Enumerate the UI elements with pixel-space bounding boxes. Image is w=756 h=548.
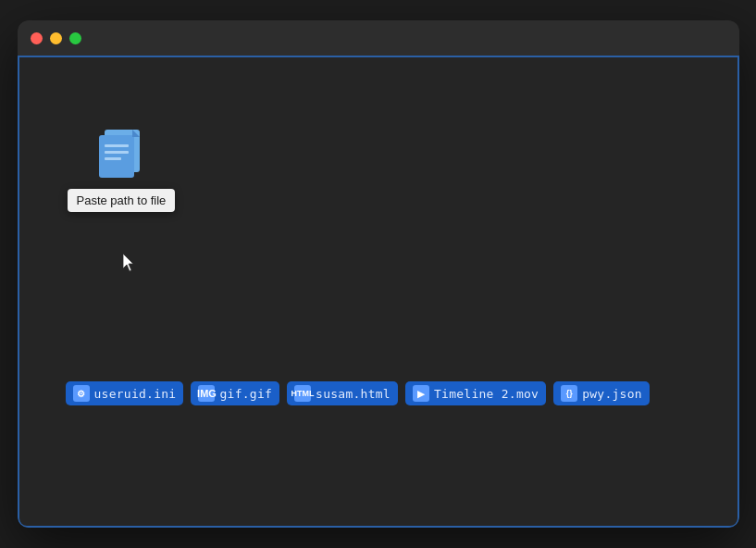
- gear-icon: ⚙: [73, 385, 90, 402]
- chip-label-susam-html: susam.html: [316, 387, 390, 401]
- close-button[interactable]: [31, 32, 43, 44]
- minimize-button[interactable]: [50, 32, 62, 44]
- file-chips-row: ⚙ useruid.ini IMG gif.gif HTML susam.htm…: [66, 381, 650, 405]
- svg-rect-3: [105, 151, 129, 154]
- maximize-button[interactable]: [69, 32, 81, 44]
- clipboard-tooltip: Paste path to file: [68, 189, 176, 212]
- cursor-icon: [123, 254, 136, 272]
- file-chip-timeline-mov[interactable]: ▶ Timeline 2.mov: [405, 381, 546, 405]
- svg-rect-2: [105, 144, 129, 147]
- svg-rect-1: [99, 135, 134, 178]
- main-window: Paste path to file ⚙ useruid.ini IMG gif…: [18, 20, 739, 528]
- chip-label-gif-gif: gif.gif: [219, 387, 272, 401]
- json-icon: {}: [561, 385, 577, 402]
- clipboard-icon-area[interactable]: Paste path to file: [68, 113, 176, 212]
- image-icon: IMG: [198, 385, 215, 402]
- video-icon: ▶: [413, 385, 429, 402]
- file-chip-useruid-ini[interactable]: ⚙ useruid.ini: [66, 381, 184, 405]
- title-bar: [18, 20, 739, 56]
- clipboard-icon[interactable]: [84, 113, 158, 187]
- content-area: Paste path to file ⚙ useruid.ini IMG gif…: [18, 56, 739, 528]
- chip-label-useruid-ini: useruid.ini: [94, 387, 177, 401]
- svg-rect-4: [105, 157, 121, 160]
- file-chip-susam-html[interactable]: HTML susam.html: [287, 381, 398, 405]
- chip-label-timeline-mov: Timeline 2.mov: [434, 387, 539, 401]
- file-chip-gif-gif[interactable]: IMG gif.gif: [191, 381, 279, 405]
- chip-label-pwy-json: pwy.json: [582, 387, 642, 401]
- html-icon: HTML: [294, 385, 311, 402]
- traffic-lights: [31, 32, 81, 44]
- file-chip-pwy-json[interactable]: {} pwy.json: [553, 381, 650, 405]
